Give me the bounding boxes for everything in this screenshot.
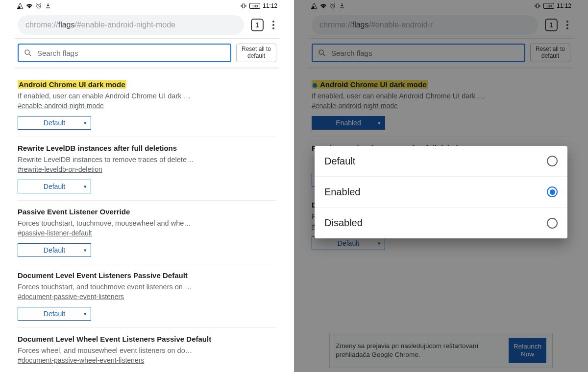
flag-title: Document Level Wheel Event Listeners Pas… xyxy=(18,335,211,343)
flag-item: Document Level Event Listeners Passive D… xyxy=(18,264,276,328)
flag-item: Android Chrome UI dark modeIf enabled, u… xyxy=(18,73,276,137)
radio-icon xyxy=(547,156,558,166)
download-icon xyxy=(45,2,51,9)
flag-description: Rewrite LevelDB instances to remove trac… xyxy=(18,156,276,163)
tab-switcher-button[interactable]: 1 xyxy=(251,19,264,31)
flag-item: Document Level Wheel Event Listeners Pas… xyxy=(18,328,276,372)
flags-list: Android Chrome UI dark modeIf enabled, u… xyxy=(15,73,279,372)
search-input[interactable] xyxy=(37,49,225,57)
radio-icon xyxy=(547,186,558,197)
overflow-menu-icon[interactable] xyxy=(270,19,276,31)
menu-option-label: Enabled xyxy=(324,186,360,198)
svg-point-2 xyxy=(25,50,29,54)
flag-value-select[interactable]: Default xyxy=(18,307,91,321)
flag-title: Android Chrome UI dark mode xyxy=(18,80,126,89)
vibrate-icon xyxy=(240,2,247,9)
flag-anchor-link[interactable]: #document-passive-event-listeners xyxy=(18,293,124,301)
clock-text: 11:12 xyxy=(263,2,277,9)
flag-value-select[interactable]: Default xyxy=(18,180,91,193)
flag-description: If enabled, user can enable Android Chro… xyxy=(18,92,276,100)
flag-description: Forces touchstart, and touchmove event l… xyxy=(18,283,276,291)
flag-value-menu: DefaultEnabledDisabled xyxy=(315,146,567,238)
status-bar: 100 11:12 xyxy=(15,0,279,12)
radio-icon xyxy=(547,218,558,229)
flag-anchor-link[interactable]: #passive-listener-default xyxy=(18,229,92,237)
flag-anchor-link[interactable]: #document-passive-wheel-event-listeners xyxy=(18,356,144,364)
battery-indicator: 100 xyxy=(249,3,260,9)
svg-rect-1 xyxy=(243,4,245,8)
flag-anchor-link[interactable]: #rewrite-leveldb-on-deletion xyxy=(18,165,102,173)
signal-icon xyxy=(17,2,24,9)
flag-description: Forces touchstart, touchmove, mousewheel… xyxy=(18,219,276,227)
flag-value-select[interactable]: Default xyxy=(18,243,91,257)
flag-value-select[interactable]: Default xyxy=(18,116,91,130)
flag-item: Passive Event Listener OverrideForces to… xyxy=(18,201,276,264)
menu-option-label: Disabled xyxy=(324,217,363,229)
screenshot-left: 100 11:12 chrome://flags/#enable-android… xyxy=(0,0,294,372)
flag-title: Document Level Event Listeners Passive D… xyxy=(18,271,188,279)
address-bar[interactable]: chrome://flags/#enable-android-night-mod… xyxy=(18,15,244,35)
flag-description: Forces wheel, and mousewheel event liste… xyxy=(18,347,276,354)
screenshot-right: 100 11:12 chrome://flags/#enable-android… xyxy=(294,0,588,372)
menu-option[interactable]: Enabled xyxy=(315,177,567,208)
wifi-icon xyxy=(26,2,33,9)
menu-option[interactable]: Default xyxy=(315,146,567,177)
search-icon xyxy=(24,48,32,57)
flags-search-box[interactable] xyxy=(18,44,231,62)
flag-anchor-link[interactable]: #enable-android-night-mode xyxy=(18,102,104,110)
flag-title: Rewrite LevelDB instances after full del… xyxy=(18,144,177,152)
flag-title: Passive Event Listener Override xyxy=(18,208,130,216)
menu-option-label: Default xyxy=(324,156,355,167)
reset-all-button[interactable]: Reset all to default xyxy=(236,44,276,62)
flag-item: Rewrite LevelDB instances after full del… xyxy=(18,137,276,201)
browser-toolbar: chrome://flags/#enable-android-night-mod… xyxy=(15,12,279,38)
alarm-icon xyxy=(35,2,42,9)
menu-option[interactable]: Disabled xyxy=(315,208,567,238)
